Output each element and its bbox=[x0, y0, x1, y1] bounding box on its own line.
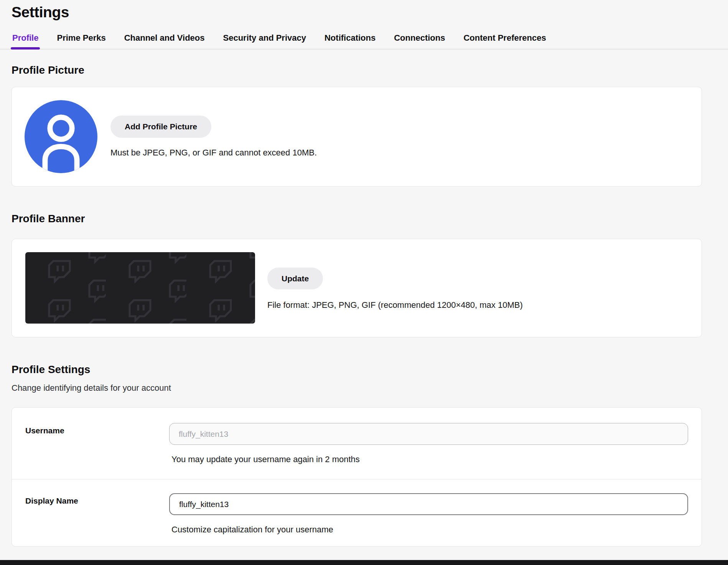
bottom-bar bbox=[0, 560, 728, 565]
tab-connections[interactable]: Connections bbox=[393, 33, 446, 49]
profile-picture-card: Add Profile Picture Must be JPEG, PNG, o… bbox=[12, 87, 702, 187]
profile-banner-card: Update File format: JPEG, PNG, GIF (reco… bbox=[12, 239, 702, 337]
display-name-input[interactable] bbox=[169, 493, 688, 515]
profile-settings-heading: Profile Settings bbox=[12, 363, 702, 376]
tab-profile[interactable]: Profile bbox=[12, 33, 39, 49]
tab-security-and-privacy[interactable]: Security and Privacy bbox=[222, 33, 307, 49]
profile-picture-heading: Profile Picture bbox=[12, 64, 702, 76]
tab-notifications[interactable]: Notifications bbox=[324, 33, 376, 49]
tab-prime-perks[interactable]: Prime Perks bbox=[56, 33, 106, 49]
profile-settings-card: Username You may update your username ag… bbox=[12, 407, 702, 547]
profile-banner-hint: File format: JPEG, PNG, GIF (recommended… bbox=[267, 300, 523, 310]
display-name-helper: Customize capitalization for your userna… bbox=[171, 525, 688, 535]
person-icon bbox=[25, 100, 97, 173]
username-helper: You may update your username again in 2 … bbox=[171, 454, 688, 464]
display-name-label: Display Name bbox=[25, 493, 169, 535]
profile-banner-preview bbox=[25, 252, 255, 324]
profile-settings-subheading: Change identifying details for your acco… bbox=[12, 383, 702, 393]
profile-banner-heading: Profile Banner bbox=[12, 213, 702, 225]
tab-channel-and-videos[interactable]: Channel and Videos bbox=[124, 33, 206, 49]
display-name-row: Display Name Customize capitalization fo… bbox=[12, 479, 702, 546]
avatar bbox=[25, 100, 97, 173]
settings-tabs: Profile Prime Perks Channel and Videos S… bbox=[0, 33, 728, 50]
add-profile-picture-button[interactable]: Add Profile Picture bbox=[110, 116, 211, 137]
username-input[interactable] bbox=[169, 423, 688, 445]
username-label: Username bbox=[25, 423, 169, 464]
update-banner-button[interactable]: Update bbox=[267, 268, 323, 289]
twitch-logo-pattern bbox=[25, 252, 255, 324]
profile-picture-hint: Must be JPEG, PNG, or GIF and cannot exc… bbox=[110, 148, 317, 158]
page-title: Settings bbox=[0, 0, 728, 21]
username-row: Username You may update your username ag… bbox=[12, 408, 702, 479]
tab-content-preferences[interactable]: Content Preferences bbox=[463, 33, 547, 49]
